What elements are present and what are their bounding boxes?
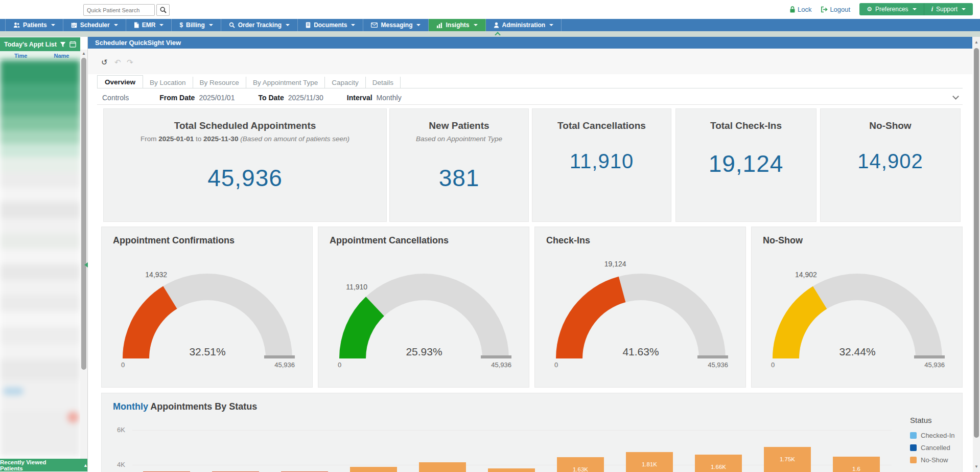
- nav-label: Order Tracking: [238, 21, 282, 29]
- gear-icon: ⚙: [867, 6, 872, 13]
- logout-link[interactable]: Logout: [821, 6, 850, 13]
- from-date-label: From Date: [159, 94, 195, 102]
- legend-item-checked-in[interactable]: Checked-In: [910, 432, 972, 439]
- scroll-down-icon[interactable]: ▼: [973, 464, 980, 469]
- kpi-title: Total Scheduled Appointments: [104, 120, 386, 131]
- column-time[interactable]: Time: [14, 53, 27, 59]
- gauge-title: Check-Ins: [546, 235, 590, 246]
- search-input[interactable]: [83, 4, 155, 16]
- tab-by-appointment-type[interactable]: By Appointment Type: [246, 77, 325, 88]
- calendar-icon[interactable]: [69, 41, 76, 48]
- nav-item-emr[interactable]: EMR: [126, 19, 172, 31]
- user-icon: [494, 22, 499, 28]
- scroll-up-icon[interactable]: ▲: [973, 40, 980, 44]
- info-icon: i: [931, 6, 933, 13]
- tab-details[interactable]: Details: [366, 77, 401, 88]
- support-button[interactable]: i Support: [924, 3, 973, 15]
- main-content: Scheduler QuickSight View ↺ ↶ ↷ Overview…: [88, 37, 972, 472]
- kpi-total-cancellations: Total Cancellations 11,910: [532, 108, 671, 222]
- gauge-value-label: 14,932: [145, 271, 167, 279]
- nav-item-patients[interactable]: Patients: [5, 19, 63, 31]
- nav-label: Administration: [502, 21, 546, 29]
- sidebar-scrollbar[interactable]: ▲: [80, 50, 87, 459]
- preferences-button[interactable]: ⚙ Preferences: [859, 3, 923, 15]
- gauge-percent: 41.63%: [622, 346, 659, 358]
- status-bar[interactable]: [419, 462, 466, 472]
- nav-label: Documents: [314, 21, 347, 29]
- chevron-down-icon: [286, 24, 290, 26]
- page-title: Scheduler QuickSight View: [88, 37, 972, 49]
- legend-title: Status: [910, 416, 972, 424]
- sidebar-scroll-thumb[interactable]: [81, 58, 86, 370]
- tab-by-location[interactable]: By Location: [143, 77, 193, 88]
- column-name[interactable]: Name: [54, 53, 69, 59]
- chevron-down-icon: [913, 8, 917, 10]
- to-date-value[interactable]: 2025/11/30: [288, 94, 323, 102]
- recently-viewed-patients-bar[interactable]: Recently Viewed Patients ▲: [0, 459, 88, 471]
- status-bar[interactable]: [350, 467, 397, 472]
- blurred-appointment-rows: [0, 60, 80, 457]
- gauge-check-ins: Check-Ins 41.63% 0 45,936 19,124: [534, 227, 746, 388]
- lock-label: Lock: [798, 6, 811, 13]
- kpi-value: 45,936: [104, 164, 386, 192]
- interval-label: Interval: [347, 94, 372, 102]
- nav-label: Patients: [23, 21, 47, 29]
- main-nav: Patients Scheduler EMR $ Billing: [0, 19, 980, 31]
- page-scrollbar[interactable]: ▲ ▼: [973, 37, 980, 472]
- controls-label: Controls: [102, 94, 129, 102]
- legend-item-cancelled[interactable]: Cancelled: [910, 444, 972, 452]
- kpi-title: No-Show: [821, 120, 960, 131]
- gauge-max-label: 45,936: [924, 361, 945, 369]
- reset-icon[interactable]: ↺: [101, 58, 108, 67]
- nav-item-scheduler[interactable]: Scheduler: [63, 19, 126, 31]
- to-date-label: To Date: [258, 94, 284, 102]
- bar-chart-icon: [436, 22, 442, 28]
- kpi-total-scheduled: Total Scheduled Appointments From 2025-0…: [103, 108, 387, 222]
- kpi-title: Total Cancellations: [532, 120, 671, 131]
- chevron-down-icon: [159, 24, 164, 26]
- nav-item-insights[interactable]: Insights: [429, 19, 485, 31]
- nav-item-messaging[interactable]: Messaging: [363, 19, 429, 31]
- nav-item-administration[interactable]: Administration: [486, 19, 562, 31]
- nav-item-order-tracking[interactable]: Order Tracking: [221, 19, 298, 31]
- kpi-no-show: No-Show 14,902: [820, 108, 961, 222]
- nav-item-documents[interactable]: Documents: [298, 19, 363, 31]
- from-date-value[interactable]: 2025/01/01: [199, 94, 235, 102]
- tab-by-resource[interactable]: By Resource: [193, 77, 246, 88]
- bar-plot: 1.63K1.81K1.66K1.75K1.6: [102, 393, 899, 472]
- interval-value[interactable]: Monthly: [377, 94, 402, 102]
- undo-icon[interactable]: ↶: [114, 58, 121, 67]
- page-title-text: Scheduler QuickSight View: [95, 39, 181, 47]
- top-bar: Lock Logout ⚙ Preferences i Support: [0, 0, 980, 19]
- quicksight-toolbar: ↺ ↶ ↷: [88, 49, 972, 74]
- chevron-down-icon: [51, 24, 55, 26]
- legend-label: No-Show: [921, 456, 948, 464]
- filter-icon[interactable]: [60, 41, 66, 48]
- kpi-title: Total Check-Ins: [676, 120, 816, 131]
- search-button[interactable]: [156, 4, 170, 16]
- kpi-value: 11,910: [532, 150, 671, 173]
- chevron-down-icon: [114, 24, 118, 26]
- page-scroll-thumb[interactable]: [974, 48, 979, 438]
- gauge-min-label: 0: [121, 361, 125, 369]
- tab-capacity[interactable]: Capacity: [325, 77, 366, 88]
- status-bar[interactable]: [488, 468, 535, 472]
- gauge-value-label: 14,902: [795, 271, 817, 279]
- gauge-percent: 32.44%: [839, 346, 875, 358]
- lock-link[interactable]: Lock: [789, 6, 811, 13]
- gauge-title: Appointment Cancellations: [330, 235, 449, 246]
- scroll-up-icon[interactable]: ▲: [80, 51, 87, 56]
- support-label: Support: [936, 6, 958, 13]
- magnifier-icon: [229, 22, 235, 28]
- tab-overview[interactable]: Overview: [97, 75, 143, 88]
- legend-item-no-show[interactable]: No-Show: [910, 456, 972, 464]
- gauge-value-label: 19,124: [604, 260, 626, 268]
- quick-patient-search: [83, 4, 170, 16]
- redo-icon[interactable]: ↷: [127, 58, 133, 67]
- bar-value-label: 1.6: [833, 466, 880, 472]
- controls-divider: [97, 104, 963, 105]
- gauge-appointment-confirmations: Appointment Confirmations 32.51% 0 45,93…: [101, 227, 313, 388]
- bar-value-label: 1.66K: [695, 464, 742, 470]
- gauge-appointment-cancellations: Appointment Cancellations 25.93% 0 45,93…: [318, 227, 529, 388]
- nav-item-billing[interactable]: $ Billing: [172, 19, 221, 31]
